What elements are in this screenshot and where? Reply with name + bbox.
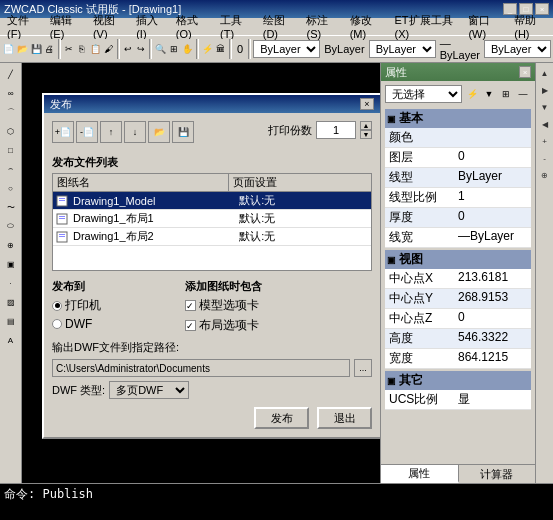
file-list-table[interactable]: Drawing1_Model 默认:无 Drawing1_布局1 默认:无: [52, 191, 372, 271]
publish-button[interactable]: 发布: [254, 407, 309, 429]
draw-block-button[interactable]: ▣: [2, 255, 20, 273]
menu-edit[interactable]: 编辑(E): [45, 12, 86, 41]
props-row-cx: 中心点X 213.6181: [385, 269, 531, 289]
output-path-input[interactable]: [52, 359, 350, 377]
props-row-linetype: 线型 ByLayer: [385, 168, 531, 188]
move-up-button[interactable]: ↑: [100, 121, 122, 143]
draw-insert-button[interactable]: ⊕: [2, 236, 20, 254]
toolbar-row-1: 📄 📂 💾 🖨 ✂ ⎘ 📋 🖌 ↩ ↪ 🔍 ⊞ ✋ ⚡ 🏛 0 ByLayer …: [2, 38, 551, 60]
save-file-button[interactable]: 💾: [30, 39, 43, 59]
save-list-button[interactable]: 💾: [172, 121, 194, 143]
lineweight-combo[interactable]: ByLayer: [484, 40, 551, 58]
menu-draw[interactable]: 绘图(D): [258, 12, 300, 41]
new-file-button[interactable]: 📄: [2, 39, 15, 59]
canvas-area[interactable]: 发布 × +📄 -📄 ↑ ↓ 📂 💾: [22, 63, 380, 483]
draw-circle-button[interactable]: ○: [2, 179, 20, 197]
cut-button[interactable]: ✂: [63, 39, 75, 59]
props-val-cz: 0: [458, 310, 527, 327]
load-list-button[interactable]: 📂: [148, 121, 170, 143]
rt-btn-3[interactable]: ▼: [537, 99, 553, 115]
open-file-button[interactable]: 📂: [16, 39, 29, 59]
file-name-0: Drawing1_Model: [73, 195, 235, 207]
dialog-close-button[interactable]: ×: [360, 98, 374, 110]
draw-region-button[interactable]: ▤: [2, 312, 20, 330]
svg-rect-2: [59, 200, 65, 201]
props-category-view[interactable]: ▣ 视图: [385, 250, 531, 269]
rt-btn-7[interactable]: ⊕: [537, 167, 553, 183]
bylayer-label2: ByLayer: [321, 43, 367, 55]
zoom-realtime-button[interactable]: 🔍: [154, 39, 167, 59]
exit-button[interactable]: 退出: [317, 407, 372, 429]
check-model[interactable]: ✓ 模型选项卡: [185, 297, 372, 314]
remove-sheet-button[interactable]: -📄: [76, 121, 98, 143]
menu-file[interactable]: 文件(F): [2, 12, 43, 41]
rt-btn-2[interactable]: ▶: [537, 82, 553, 98]
bottom-options: 发布到 打印机 DWF: [52, 279, 372, 334]
tab-calculator[interactable]: 计算器: [459, 465, 536, 483]
props-icon-3[interactable]: ⊞: [498, 86, 514, 102]
redo-button[interactable]: ↪: [135, 39, 147, 59]
add-sheet-button[interactable]: +📄: [52, 121, 74, 143]
designcenter-button[interactable]: 🏛: [215, 39, 227, 59]
rt-btn-1[interactable]: ▲: [537, 65, 553, 81]
move-down-button[interactable]: ↓: [124, 121, 146, 143]
dwf-type-select[interactable]: 多页DWF: [109, 381, 189, 399]
draw-ellipse-button[interactable]: ⬭: [2, 217, 20, 235]
draw-arc-button[interactable]: ⌢: [2, 160, 20, 178]
zoom-window-button[interactable]: ⊞: [168, 39, 180, 59]
props-row-ltscale: 线型比例 1: [385, 188, 531, 208]
pan-button[interactable]: ✋: [181, 39, 194, 59]
file-row-0[interactable]: Drawing1_Model 默认:无: [53, 192, 371, 210]
props-icon-4[interactable]: —: [515, 86, 531, 102]
check-layout-box: ✓: [185, 320, 196, 331]
draw-line-button[interactable]: ╱: [2, 65, 20, 83]
layer-combo[interactable]: ByLayer: [253, 40, 320, 58]
radio-dwf[interactable]: DWF: [52, 317, 177, 331]
draw-hatch-button[interactable]: ▨: [2, 293, 20, 311]
rp-close-button[interactable]: ×: [519, 66, 531, 78]
draw-rect-button[interactable]: □: [2, 141, 20, 159]
check-group: ✓ 模型选项卡 ✓ 布局选项卡: [185, 297, 372, 334]
print-copies-input[interactable]: [316, 121, 356, 139]
rt-btn-4[interactable]: ◀: [537, 116, 553, 132]
draw-polygon-button[interactable]: ⬡: [2, 122, 20, 140]
menu-tools[interactable]: 工具(T): [215, 12, 256, 41]
rt-btn-6[interactable]: -: [537, 150, 553, 166]
svg-rect-1: [59, 198, 65, 199]
path-browse-button[interactable]: ...: [354, 359, 372, 377]
linetype-combo[interactable]: ByLayer: [369, 40, 436, 58]
file-icon-2: [55, 230, 71, 244]
copy-button[interactable]: ⎘: [76, 39, 88, 59]
props-category-basic[interactable]: ▣ 基本: [385, 109, 531, 128]
undo-button[interactable]: ↩: [122, 39, 134, 59]
menu-dimension[interactable]: 标注(S): [301, 12, 342, 41]
props-category-other[interactable]: ▣ 其它: [385, 371, 531, 390]
spin-up-button[interactable]: ▲: [360, 121, 372, 130]
draw-spline-button[interactable]: 〜: [2, 198, 20, 216]
rt-btn-5[interactable]: +: [537, 133, 553, 149]
menu-view[interactable]: 视图(V): [88, 12, 129, 41]
draw-xline-button[interactable]: ∞: [2, 84, 20, 102]
props-key-color: 颜色: [389, 129, 458, 146]
menu-help[interactable]: 帮助(H): [509, 12, 551, 41]
svg-rect-7: [59, 234, 65, 235]
draw-text-button[interactable]: A: [2, 331, 20, 349]
matchprop-button[interactable]: 🖌: [103, 39, 115, 59]
properties-button[interactable]: ⚡: [201, 39, 214, 59]
menu-format[interactable]: 格式(O): [171, 12, 213, 41]
spin-down-button[interactable]: ▼: [360, 130, 372, 139]
no-select-combo[interactable]: 无选择: [385, 85, 462, 103]
props-icon-2[interactable]: ▼: [481, 86, 497, 102]
menu-modify[interactable]: 修改(M): [345, 12, 388, 41]
radio-printer[interactable]: 打印机: [52, 297, 177, 314]
draw-point-button[interactable]: ·: [2, 274, 20, 292]
props-icon-1[interactable]: ⚡: [464, 86, 480, 102]
file-row-2[interactable]: Drawing1_布局2 默认:无: [53, 228, 371, 246]
menu-insert[interactable]: 插入(I): [131, 12, 169, 41]
check-layout[interactable]: ✓ 布局选项卡: [185, 317, 372, 334]
print-button[interactable]: 🖨: [44, 39, 56, 59]
file-row-1[interactable]: Drawing1_布局1 默认:无: [53, 210, 371, 228]
tab-properties[interactable]: 属性: [381, 465, 459, 483]
draw-pline-button[interactable]: ⌒: [2, 103, 20, 121]
paste-button[interactable]: 📋: [89, 39, 102, 59]
